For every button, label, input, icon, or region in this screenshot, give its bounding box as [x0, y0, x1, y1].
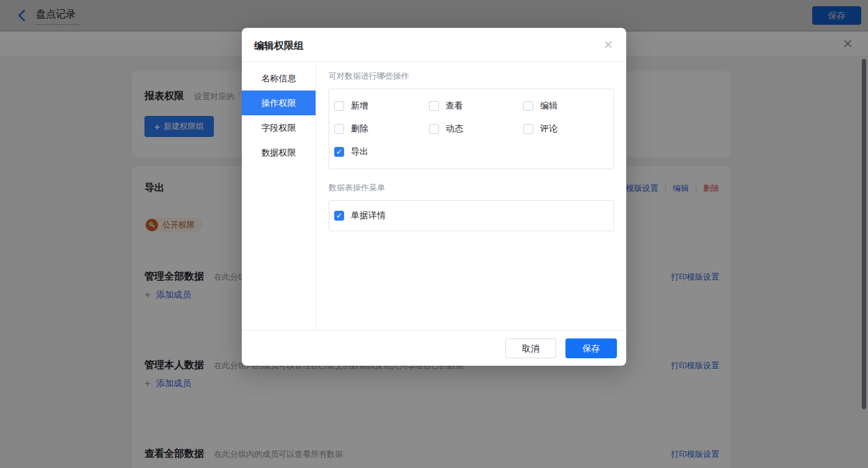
checkbox[interactable] — [334, 147, 344, 157]
tab-name-info[interactable]: 名称信息 — [242, 66, 316, 91]
tab-operation-permission[interactable]: 操作权限 — [242, 91, 316, 115]
table-menu-section-label: 数据表操作菜单 — [329, 182, 614, 193]
edit-permission-group-dialog: 编辑权限组 × 名称信息 操作权限 字段权限 数据权限 可对数据进行哪些操作 新… — [242, 28, 626, 366]
checkbox-option-edit[interactable]: 编辑 — [518, 94, 613, 117]
checkbox[interactable] — [334, 124, 344, 134]
cancel-button[interactable]: 取消 — [505, 338, 556, 358]
checkbox-option-export[interactable]: 导出 — [329, 140, 424, 163]
dialog-header: 编辑权限组 × — [242, 28, 626, 62]
save-button[interactable]: 保存 — [565, 338, 617, 358]
checkbox[interactable] — [334, 211, 344, 221]
checkbox-option-comment[interactable]: 评论 — [518, 117, 613, 140]
checkbox-option-record-detail[interactable]: 单据详情 — [329, 201, 613, 231]
checkbox-option-view[interactable]: 查看 — [424, 94, 519, 117]
checkbox[interactable] — [334, 101, 344, 111]
operations-section-label: 可对数据进行哪些操作 — [329, 71, 614, 82]
checkbox[interactable] — [523, 101, 533, 111]
dialog-footer: 取消 保存 — [242, 330, 626, 366]
dialog-tab-list: 名称信息 操作权限 字段权限 数据权限 — [242, 63, 316, 330]
checkbox-option-add[interactable]: 新增 — [329, 94, 424, 117]
checkbox[interactable] — [429, 101, 439, 111]
table-menu-checkbox-group: 单据详情 — [329, 200, 614, 231]
checkbox-option-activity[interactable]: 动态 — [424, 117, 519, 140]
dialog-title: 编辑权限组 — [254, 40, 304, 53]
tab-field-permission[interactable]: 字段权限 — [242, 115, 316, 140]
checkbox[interactable] — [523, 124, 533, 134]
checkbox[interactable] — [429, 124, 439, 134]
dialog-content: 可对数据进行哪些操作 新增 查看 编辑 — [317, 63, 626, 330]
checkbox-option-delete[interactable]: 删除 — [329, 117, 424, 140]
tab-data-permission[interactable]: 数据权限 — [242, 140, 316, 165]
dialog-close-icon[interactable]: × — [604, 35, 613, 54]
dialog-body: 名称信息 操作权限 字段权限 数据权限 可对数据进行哪些操作 新增 查看 — [242, 63, 626, 330]
operations-checkbox-group: 新增 查看 编辑 删除 — [329, 89, 614, 169]
